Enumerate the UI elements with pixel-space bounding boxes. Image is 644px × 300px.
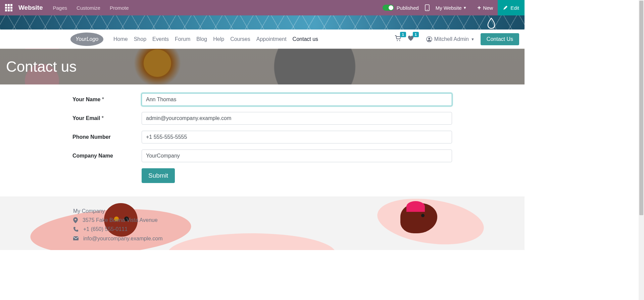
- cart-icon[interactable]: 1: [395, 35, 401, 43]
- wishlist-icon[interactable]: 1: [407, 35, 414, 43]
- input-phone[interactable]: [142, 131, 452, 143]
- footer-email[interactable]: info@yourcompany.example.com: [83, 234, 163, 243]
- cart-badge: 1: [400, 32, 406, 37]
- scrollbar[interactable]: [639, 0, 644, 250]
- required-marker: *: [102, 115, 104, 121]
- footer-company: My Company: [73, 206, 525, 216]
- input-your-email[interactable]: [142, 112, 452, 125]
- nav-blog[interactable]: Blog: [196, 36, 207, 42]
- wishlist-badge: 1: [413, 32, 419, 37]
- caret-down-icon: ▼: [471, 37, 475, 41]
- svg-point-5: [428, 38, 430, 40]
- my-website-dropdown[interactable]: My Website ▼: [436, 5, 467, 11]
- nav-help[interactable]: Help: [213, 36, 224, 42]
- label-company: Company Name: [72, 153, 142, 159]
- label-text: Your Email: [72, 115, 100, 121]
- apps-grid-icon[interactable]: [5, 4, 12, 11]
- admin-menu-customize[interactable]: Customize: [77, 5, 100, 11]
- hero-banner: Contact us: [0, 49, 525, 84]
- svg-point-2: [397, 40, 398, 41]
- nav-appointment[interactable]: Appointment: [256, 36, 287, 42]
- input-your-name[interactable]: [142, 93, 452, 106]
- nav-shop[interactable]: Shop: [134, 36, 146, 42]
- theme-drop-icon[interactable]: [487, 17, 496, 29]
- published-toggle[interactable]: [383, 5, 394, 11]
- admin-menu-pages[interactable]: Pages: [53, 5, 67, 11]
- nav-home[interactable]: Home: [113, 36, 128, 42]
- svg-point-1: [427, 9, 428, 10]
- new-button[interactable]: + New: [473, 0, 498, 15]
- brand-label[interactable]: Website: [18, 4, 43, 11]
- mail-icon: [73, 236, 79, 240]
- edit-button[interactable]: Edit: [498, 0, 525, 15]
- label-your-email: Your Email *: [72, 115, 142, 121]
- plus-icon: +: [478, 4, 481, 11]
- label-text: Company Name: [72, 153, 113, 159]
- nav-contact[interactable]: Contact us: [293, 36, 318, 42]
- nav-forum[interactable]: Forum: [175, 36, 190, 42]
- footer-phone[interactable]: +1 (650) 555-0111: [83, 225, 128, 234]
- nav-courses[interactable]: Courses: [230, 36, 250, 42]
- user-icon: [426, 36, 432, 42]
- site-logo[interactable]: YourLogo: [70, 33, 103, 46]
- svg-point-3: [399, 40, 400, 41]
- caret-down-icon: ▼: [463, 6, 467, 10]
- required-marker: *: [102, 97, 104, 102]
- page-title: Contact us: [6, 58, 77, 75]
- admin-bar: Website Pages Customize Promote Publishe…: [0, 0, 525, 15]
- contact-us-button[interactable]: Contact Us: [481, 33, 519, 45]
- footer: My Company 3575 Fake Buena Vista Avenue …: [0, 196, 525, 250]
- label-text: Your Name: [72, 97, 100, 102]
- contact-form: Your Name * Your Email * Phone Number Co…: [0, 84, 525, 196]
- user-menu[interactable]: Mitchell Admin ▼: [426, 36, 475, 42]
- scrollbar-thumb[interactable]: [639, 1, 643, 215]
- nav-events[interactable]: Events: [152, 36, 169, 42]
- phone-icon: [73, 227, 79, 232]
- new-label: New: [483, 5, 493, 11]
- my-website-label: My Website: [436, 5, 462, 11]
- submit-button[interactable]: Submit: [142, 168, 175, 183]
- footer-address: 3575 Fake Buena Vista Avenue: [83, 216, 158, 225]
- label-your-name: Your Name *: [72, 97, 142, 103]
- logo-text-2: Logo: [87, 36, 99, 42]
- user-name: Mitchell Admin: [434, 36, 469, 42]
- svg-rect-6: [73, 236, 79, 240]
- pencil-icon: [503, 5, 508, 10]
- mobile-preview-icon[interactable]: [425, 4, 430, 11]
- edit-label: Edit: [510, 5, 519, 11]
- banner-strip: [0, 15, 525, 29]
- label-text: Phone Number: [72, 134, 111, 140]
- admin-menu-promote[interactable]: Promote: [110, 5, 129, 11]
- logo-text-1: Your: [76, 36, 87, 42]
- map-pin-icon: [73, 217, 78, 223]
- input-company[interactable]: [142, 149, 452, 162]
- site-nav: YourLogo Home Shop Events Forum Blog Hel…: [0, 29, 525, 49]
- published-label: Published: [397, 5, 419, 11]
- label-phone: Phone Number: [72, 134, 142, 140]
